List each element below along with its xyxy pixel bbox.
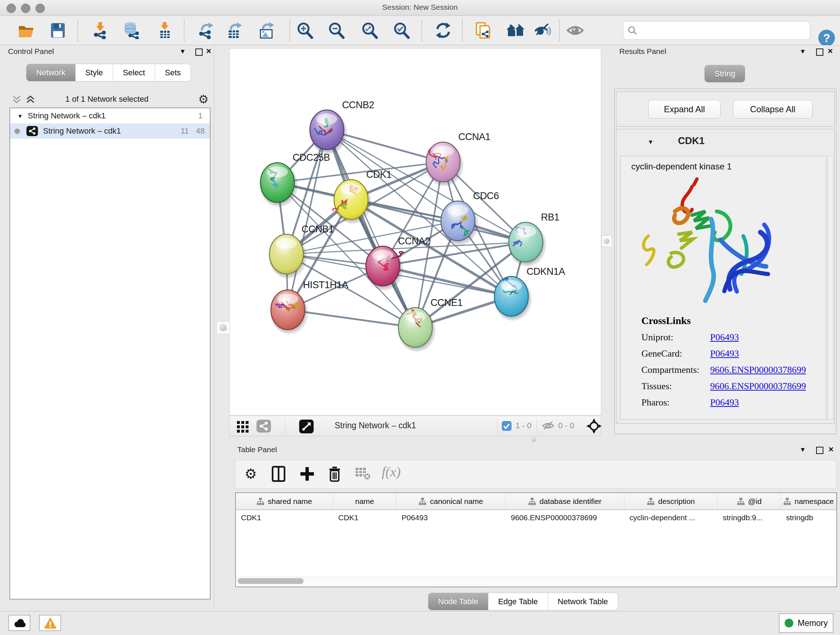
- table-cell[interactable]: CDK1: [333, 510, 396, 525]
- search-input[interactable]: [641, 25, 806, 35]
- network-options-gear-icon[interactable]: ⚙: [198, 92, 209, 106]
- network-row[interactable]: String Network – cdk1 11 48: [10, 124, 210, 139]
- horizontal-splitter-handle[interactable]: [527, 437, 540, 442]
- panel-menu-icon[interactable]: ▼: [799, 48, 806, 55]
- network-node-CCNA1[interactable]: [426, 142, 463, 186]
- panel-close-icon[interactable]: ×: [828, 46, 833, 56]
- save-session-icon[interactable]: [49, 22, 66, 39]
- panel-float-icon[interactable]: [816, 447, 823, 454]
- table-settings-gear-icon[interactable]: ⚙: [245, 466, 257, 482]
- zoom-selected-icon[interactable]: [393, 22, 410, 39]
- node-label-HIST1H1A: HIST1H1A: [303, 279, 348, 290]
- network-node-CCNB2[interactable]: [309, 110, 347, 154]
- crosslink-link[interactable]: P06493: [710, 397, 739, 408]
- network-edge[interactable]: [351, 200, 526, 242]
- tab-sets[interactable]: Sets: [155, 64, 191, 81]
- panel-menu-icon[interactable]: ▼: [180, 48, 186, 55]
- column-header-namespace[interactable]: namespace: [781, 493, 836, 509]
- table-cell[interactable]: CDK1: [236, 510, 333, 525]
- show-eye-icon[interactable]: [567, 22, 584, 39]
- section-expand-icon[interactable]: ▼: [647, 139, 654, 146]
- apply-layout-icon[interactable]: [434, 22, 452, 39]
- table-cell[interactable]: stringdb:9...: [718, 510, 781, 525]
- network-node-CDC25B[interactable]: [260, 163, 298, 207]
- function-builder-icon[interactable]: f(x): [382, 464, 401, 480]
- tab-network[interactable]: Network: [27, 64, 76, 81]
- open-session-icon[interactable]: [17, 22, 35, 39]
- table-row[interactable]: CDK1CDK1P064939606.ENSP00000378699cyclin…: [236, 510, 836, 525]
- network-node-CCNA2[interactable]: [365, 246, 403, 290]
- column-header-id[interactable]: @id: [718, 493, 781, 509]
- export-table-icon[interactable]: [226, 22, 243, 39]
- crosslink-link[interactable]: 9606.ENSP00000378699: [710, 381, 806, 392]
- crosslink-link[interactable]: 9606.ENSP00000378699: [710, 364, 806, 375]
- zoom-in-icon[interactable]: [296, 22, 314, 39]
- birds-eye-grid-icon[interactable]: [236, 420, 250, 435]
- network-canvas[interactable]: CCNB2CCNA1CDC25BCDK1CDC6RB1CCNB1CCNA2CDK…: [229, 48, 601, 416]
- gene-section-header[interactable]: ▼ CDK1: [616, 129, 834, 155]
- column-header-description[interactable]: description: [624, 493, 718, 509]
- gene-name: CDK1: [678, 135, 705, 147]
- import-table-icon[interactable]: [156, 22, 173, 39]
- export-image-icon[interactable]: [258, 22, 275, 39]
- collection-expand-icon[interactable]: ▼: [17, 113, 23, 119]
- help-button[interactable]: ?: [818, 30, 835, 46]
- fit-selected-crosshair-icon[interactable]: [586, 418, 602, 435]
- panel-float-icon[interactable]: [195, 49, 202, 56]
- delete-table-icon[interactable]: [355, 466, 371, 482]
- hide-panels-glasses-icon[interactable]: [534, 22, 551, 39]
- column-header-sharedname[interactable]: shared name: [236, 493, 333, 509]
- tab-network-table[interactable]: Network Table: [548, 593, 618, 610]
- cloud-button[interactable]: [8, 615, 30, 631]
- left-splitter-handle[interactable]: [216, 321, 230, 334]
- network-edge[interactable]: [327, 130, 415, 328]
- results-scrollbar[interactable]: [828, 156, 834, 420]
- export-network-icon[interactable]: [197, 22, 215, 39]
- column-header-databaseidentifier[interactable]: database identifier: [506, 493, 624, 509]
- network-share-icon[interactable]: [256, 420, 271, 434]
- table-cell[interactable]: cyclin-dependent ...: [624, 510, 718, 525]
- crosslink-link[interactable]: P06493: [710, 348, 739, 359]
- tab-string[interactable]: String: [705, 65, 745, 82]
- panel-menu-icon[interactable]: ▼: [799, 446, 806, 454]
- delete-column-trash-icon[interactable]: [327, 466, 342, 484]
- hidden-eye-icon[interactable]: [542, 420, 554, 433]
- clone-network-icon[interactable]: [474, 22, 492, 39]
- tab-node-table[interactable]: Node Table: [428, 593, 488, 610]
- scrollbar-thumb[interactable]: [238, 578, 303, 584]
- import-network-icon[interactable]: [92, 22, 109, 39]
- tab-style[interactable]: Style: [76, 64, 113, 81]
- network-node-HIST1H1A[interactable]: [271, 290, 308, 334]
- open-in-window-icon[interactable]: [299, 420, 314, 435]
- selected-checkbox-icon[interactable]: [502, 421, 512, 432]
- table-cell[interactable]: 9606.ENSP00000378699: [506, 510, 624, 525]
- network-collection-row[interactable]: ▼ String Network – cdk1 1: [10, 108, 210, 124]
- shared-column-icon: [256, 498, 264, 505]
- network-node-CDC6[interactable]: [441, 201, 478, 245]
- panel-close-icon[interactable]: ×: [829, 444, 834, 454]
- collapse-all-button[interactable]: Collapse All: [733, 100, 813, 119]
- add-column-icon[interactable]: [300, 466, 315, 483]
- right-splitter-handle[interactable]: [602, 235, 612, 247]
- home-icon[interactable]: [506, 22, 526, 39]
- network-node-CCNE1[interactable]: [398, 308, 436, 352]
- network-node-CDK1[interactable]: [333, 180, 371, 224]
- show-columns-icon[interactable]: [271, 466, 286, 483]
- zoom-out-icon[interactable]: [328, 22, 345, 39]
- warning-button[interactable]: [39, 615, 61, 631]
- crosslink-link[interactable]: P06493: [710, 332, 739, 343]
- network-node-RB1[interactable]: [508, 222, 546, 266]
- panel-close-icon[interactable]: ×: [206, 46, 211, 56]
- memory-button[interactable]: Memory: [779, 613, 834, 633]
- expand-all-button[interactable]: Expand All: [648, 100, 721, 119]
- tab-select[interactable]: Select: [113, 64, 155, 81]
- import-network-from-database-icon[interactable]: [122, 22, 140, 39]
- table-cell[interactable]: stringdb: [781, 510, 836, 525]
- network-node-CDKN1A[interactable]: [494, 277, 532, 321]
- table-cell[interactable]: P06493: [396, 510, 506, 525]
- column-header-name[interactable]: name: [333, 493, 396, 509]
- column-header-canonicalname[interactable]: canonical name: [396, 493, 506, 509]
- panel-float-icon[interactable]: [816, 49, 823, 56]
- zoom-fit-icon[interactable]: [361, 22, 378, 39]
- tab-edge-table[interactable]: Edge Table: [488, 593, 548, 610]
